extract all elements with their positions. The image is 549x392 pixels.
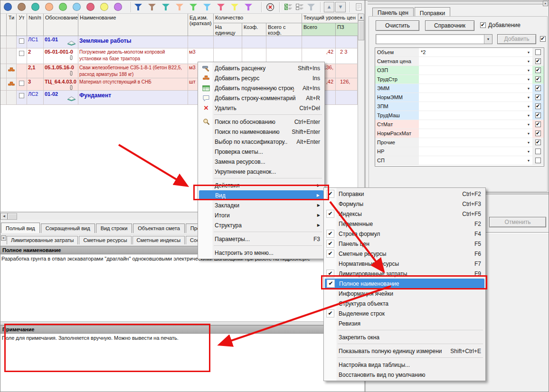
correction-value-input[interactable] [419, 156, 525, 165]
row-total-cell[interactable] [302, 36, 336, 48]
row-name-cell[interactable]: Фундамент [78, 91, 188, 105]
menu-item[interactable]: ✕ Настроить это меню... ▶ [199, 248, 324, 258]
correction-checkbox-cell[interactable] [532, 111, 544, 120]
chevron-down-icon[interactable]: ▼ [525, 48, 532, 56]
add-button[interactable]: Добавить [497, 34, 536, 44]
chevron-down-icon[interactable]: ▼ [525, 138, 532, 147]
panel-close-icon[interactable]: ✕ [543, 1, 548, 6]
correction-checkbox-cell[interactable] [532, 93, 544, 102]
checkbox-icon[interactable] [535, 158, 541, 163]
chevron-down-icon[interactable]: ▼ [484, 35, 492, 44]
color-filter-funnel-button[interactable] [189, 3, 197, 11]
menu-item[interactable]: ✕ Поиск по наименованию Shift+Enter ▶ [199, 127, 324, 137]
menu-item[interactable]: ✕ Поиск по обоснованию Ctrl+Enter ▶ [199, 117, 324, 127]
move-up-button[interactable]: ▲ [324, 2, 334, 12]
correction-checkbox-cell[interactable] [532, 57, 544, 65]
menu-item[interactable]: ✔ Полное наименование [325, 279, 484, 289]
menu-item[interactable]: ✔ Сметные ресурсы F6 [324, 249, 485, 259]
menu-item[interactable]: ✔ Информация ячейки [324, 289, 485, 299]
row-per-unit-cell[interactable] [214, 36, 242, 48]
menu-item[interactable]: ✕ Добавить строку-комментарий Alt+R ▶ [199, 93, 324, 103]
color-mark-circle-button[interactable] [18, 3, 26, 11]
view-tab[interactable]: Сокращенный вид [41, 224, 95, 233]
row-pz-cell[interactable]: 2 3 [336, 48, 358, 64]
menu-item[interactable]: ✔ Структура объекта [324, 299, 485, 308]
correction-value-input[interactable] [419, 93, 525, 102]
row-pz-cell[interactable]: 126, [336, 78, 358, 91]
clear-button[interactable]: Очистить [376, 20, 419, 31]
view-tab[interactable]: Вид строки [96, 224, 133, 233]
row-basis-cell[interactable]: 01-01 ＋ [44, 36, 78, 48]
menu-item[interactable]: ✕ Выбор по классификатору... Alt+Enter ▶ [199, 137, 324, 147]
header-total[interactable]: Всего [302, 23, 336, 36]
chevron-down-icon[interactable]: ▼ [525, 156, 532, 165]
checkbox-icon[interactable] [535, 149, 541, 154]
correction-row[interactable]: Сметная цена ▼ [375, 57, 544, 66]
correction-row[interactable]: ОЗП ▼ [375, 66, 544, 75]
row-number-cell[interactable]: 3 [27, 78, 44, 91]
color-filter-funnel-button[interactable] [162, 3, 170, 11]
chevron-down-icon[interactable]: ▼ [525, 75, 532, 84]
menu-item[interactable]: ✔ Лимитированные затраты F9 [324, 269, 485, 279]
menu-item[interactable]: ✔ Выделение строк [324, 308, 485, 318]
checkbox-icon[interactable] [535, 112, 541, 118]
chevron-down-icon[interactable]: ▼ [525, 84, 532, 93]
panel-tab[interactable]: Сметные индексы [133, 236, 185, 244]
correction-value-input[interactable] [419, 129, 525, 138]
checkbox-icon[interactable] [535, 94, 541, 100]
menu-item[interactable]: ✔ Строка формул F4 [324, 229, 485, 239]
row-name-cell[interactable]: Материал отсутствующий в СНБ [78, 78, 188, 91]
row-checkbox[interactable] [19, 93, 24, 98]
correction-checkbox-cell[interactable] [532, 84, 544, 93]
checklist-checked-icon[interactable] [283, 2, 293, 12]
header-ti[interactable]: Ти [7, 14, 17, 36]
menu-item[interactable]: ✔ Формулы Ctrl+F3 [324, 199, 485, 209]
row-pz-cell[interactable] [336, 64, 358, 78]
header-unit[interactable]: Ед.изм. (краткая) [188, 14, 214, 36]
correction-checkbox-cell[interactable] [532, 129, 544, 138]
row-pz-cell[interactable] [336, 36, 358, 48]
correction-checkbox-cell[interactable] [532, 138, 544, 147]
menu-item[interactable]: ✔ Закрепить окна [324, 332, 485, 342]
header-per-unit[interactable]: На единицу [214, 23, 242, 36]
menu-item[interactable]: ✔ [324, 328, 485, 332]
header-coef[interactable]: Коэф. [242, 23, 266, 36]
correction-checkbox-cell[interactable] [532, 120, 544, 129]
menu-item[interactable]: ✔ Панель цен F5 [324, 239, 485, 249]
document-icon[interactable] [353, 2, 364, 12]
correction-checkbox-cell[interactable] [532, 156, 544, 165]
correction-value-input[interactable] [419, 57, 525, 65]
menu-item[interactable]: ✕ Вид ▶ [199, 190, 323, 200]
row-name-cell[interactable]: Погружение дизель-молотом копровой устан… [78, 48, 188, 64]
chevron-down-icon[interactable]: ▼ [525, 102, 532, 111]
color-filter-funnel-button[interactable] [231, 3, 238, 11]
scroll-up-button[interactable]: ▲ [358, 14, 364, 20]
correction-value-input[interactable] [419, 111, 525, 120]
row-number-cell[interactable]: ЛС2 [27, 91, 44, 105]
correction-row[interactable]: ЭММ ▼ [375, 84, 544, 93]
reference-button[interactable]: Справочник [425, 20, 474, 31]
row-basis-cell[interactable]: 05-01-001-0 ＋ [44, 48, 78, 64]
menu-item[interactable]: ✔ [324, 342, 485, 346]
panel-tab[interactable]: Сметные ресурсы [79, 236, 131, 244]
row-coef-cell[interactable] [242, 36, 266, 48]
row-total-qty-cell[interactable] [266, 36, 302, 48]
row-number-cell[interactable]: 2,1 [27, 64, 44, 78]
menu-item[interactable]: ✕ Закладки ▶ [199, 200, 324, 210]
header-ut[interactable]: Ут [17, 14, 27, 36]
menu-item[interactable]: ✔ Восстановить вид по умолчанию [324, 370, 485, 380]
row-checkbox[interactable] [19, 81, 24, 86]
menu-item[interactable]: ✔ Показывать полную единицу измерения Sh… [324, 346, 485, 356]
correction-value-input[interactable] [419, 102, 525, 111]
scroll-left-button[interactable]: ◄ [0, 213, 8, 220]
chevron-down-icon[interactable]: ▼ [525, 111, 532, 120]
color-filter-funnel-button[interactable] [245, 3, 252, 11]
menu-item[interactable]: ✔ Переменные F2 [324, 219, 485, 229]
table-vertical-scrollbar[interactable]: ▲ [358, 14, 364, 212]
correction-row[interactable]: СП ▼ [375, 156, 544, 165]
correction-value-input[interactable] [419, 75, 525, 84]
row-checkbox[interactable] [19, 38, 24, 44]
panel-tab[interactable]: Лимитированные затраты [7, 236, 78, 244]
color-mark-circle-button[interactable] [114, 3, 122, 11]
correction-row[interactable]: НормЭММ ▼ [375, 93, 544, 102]
